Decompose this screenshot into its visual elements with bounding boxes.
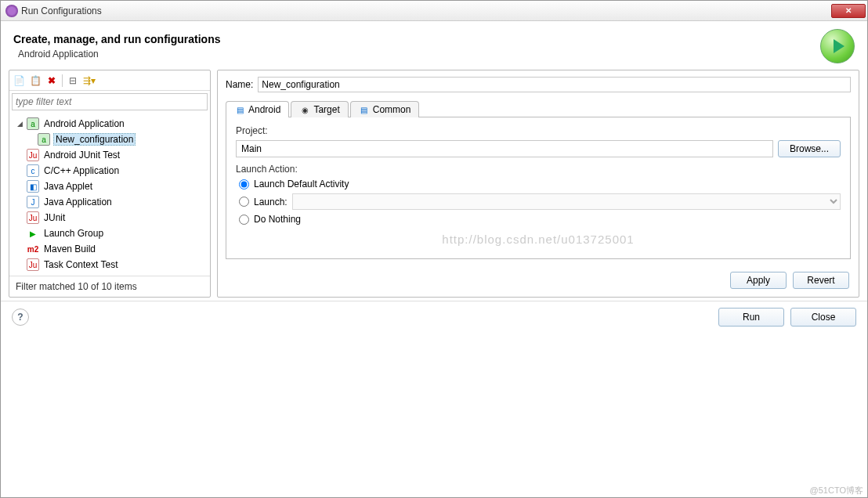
- activity-select[interactable]: [292, 193, 841, 210]
- tree-item-label: C/C++ Application: [42, 165, 121, 176]
- tab-label: Android: [248, 104, 280, 115]
- dialog-header: Create, manage, and run configurations A…: [1, 21, 867, 70]
- android-tab-icon: ▤: [234, 104, 245, 115]
- window-title: Run Configurations: [21, 5, 831, 16]
- close-button[interactable]: ✕: [831, 4, 866, 18]
- spacer: [16, 151, 24, 159]
- delete-config-icon[interactable]: ✖: [45, 74, 58, 87]
- new-config-icon[interactable]: 📄: [13, 74, 25, 87]
- tree-item-label: Task Context Test: [42, 259, 120, 270]
- close-dialog-button[interactable]: Close: [790, 308, 856, 327]
- tree-item-label: Java Application: [42, 197, 114, 208]
- tree-item-android-app[interactable]: ◢ a Android Application: [11, 116, 208, 132]
- java-applet-icon: ◧: [27, 180, 39, 193]
- radio-do-nothing[interactable]: Do Nothing: [239, 214, 841, 225]
- radio-launch-default[interactable]: Launch Default Activity: [239, 179, 841, 189]
- radio-label: Launch:: [254, 197, 288, 208]
- radio-input[interactable]: [239, 179, 249, 189]
- name-input[interactable]: [258, 77, 851, 92]
- config-detail-panel: Name: ▤ Android ◉ Target ▤ Common Projec…: [217, 70, 859, 298]
- tree-item-java-application[interactable]: J Java Application: [11, 194, 208, 210]
- project-input[interactable]: [236, 140, 773, 157]
- tree-item-label: Maven Build: [42, 244, 97, 254]
- duplicate-config-icon[interactable]: 📋: [29, 74, 42, 87]
- radio-label: Launch Default Activity: [254, 179, 349, 189]
- android-app-icon: a: [27, 117, 39, 130]
- launch-group-icon: ▶: [27, 227, 39, 240]
- tree-item-java-applet[interactable]: ◧ Java Applet: [11, 179, 208, 194]
- dialog-subtitle: Android Application: [13, 49, 820, 60]
- tab-target[interactable]: ◉ Target: [291, 101, 348, 117]
- filter-status: Filter matched 10 of 10 items: [9, 276, 210, 297]
- tree-item-label: Launch Group: [42, 228, 105, 239]
- junit-icon: Ju: [27, 258, 39, 271]
- spacer: [16, 261, 24, 269]
- run-button[interactable]: Run: [718, 308, 784, 327]
- project-label: Project:: [236, 125, 841, 136]
- tree-item-maven[interactable]: m2 Maven Build: [11, 241, 208, 257]
- c-cpp-icon: c: [27, 164, 39, 177]
- help-button[interactable]: ?: [12, 309, 29, 326]
- browse-button[interactable]: Browse...: [778, 140, 841, 157]
- revert-button[interactable]: Revert: [793, 272, 849, 289]
- spacer: [16, 214, 24, 222]
- java-app-icon: J: [27, 196, 39, 208]
- junit-icon: Ju: [27, 211, 39, 224]
- titlebar: Run Configurations ✕: [1, 1, 867, 21]
- radio-launch-activity[interactable]: Launch:: [239, 193, 841, 210]
- collapse-all-icon[interactable]: ⊟: [67, 74, 79, 87]
- spacer: [16, 229, 24, 237]
- tree-item-label: Android JUnit Test: [42, 150, 121, 161]
- tree-toolbar: 📄 📋 ✖ ⊟ ⇶▾: [9, 70, 210, 91]
- watermark-text: http://blog.csdn.net/u013725001: [236, 233, 841, 246]
- radio-input[interactable]: [239, 197, 249, 207]
- tree-item-label: Java Applet: [42, 181, 94, 192]
- spacer: [16, 198, 24, 206]
- tree-item-new-configuration[interactable]: a New_configuration: [11, 132, 208, 147]
- dialog-heading: Create, manage, and run configurations: [13, 33, 820, 45]
- tree-item-label: JUnit: [42, 212, 67, 223]
- attribution-text: @51CTO博客: [810, 485, 863, 496]
- maven-icon: m2: [27, 243, 39, 255]
- eclipse-icon: [5, 5, 18, 17]
- radio-input[interactable]: [239, 215, 249, 225]
- tree-item-junit[interactable]: Ju JUnit: [11, 210, 208, 226]
- tab-panel-android: Project: Browse... Launch Action: Launch…: [226, 117, 851, 259]
- dialog-footer: ? Run Close: [1, 301, 867, 334]
- tab-common[interactable]: ▤ Common: [350, 101, 420, 117]
- junit-icon: Ju: [27, 149, 39, 161]
- launch-action-label: Launch Action:: [236, 164, 841, 175]
- tree-item-task-context[interactable]: Ju Task Context Test: [11, 257, 208, 272]
- radio-label: Do Nothing: [254, 214, 301, 225]
- tab-label: Target: [313, 104, 339, 115]
- tree-item-c-cpp[interactable]: c C/C++ Application: [11, 163, 208, 179]
- tree-item-launch-group[interactable]: ▶ Launch Group: [11, 226, 208, 241]
- toolbar-separator: [62, 74, 63, 87]
- android-app-icon: a: [38, 133, 50, 146]
- config-tree-panel: 📄 📋 ✖ ⊟ ⇶▾ ◢ a Android Application a New…: [9, 70, 211, 298]
- name-label: Name:: [226, 79, 253, 90]
- tab-android[interactable]: ▤ Android: [226, 101, 289, 117]
- apply-button[interactable]: Apply: [730, 272, 787, 289]
- common-tab-icon: ▤: [359, 104, 370, 115]
- tree-item-label: New_configuration: [53, 133, 136, 146]
- spacer: [16, 245, 24, 253]
- spacer: [16, 182, 24, 190]
- filter-input[interactable]: [12, 93, 208, 110]
- tree-item-label: Android Application: [42, 118, 126, 129]
- tab-label: Common: [373, 104, 411, 115]
- tabs: ▤ Android ◉ Target ▤ Common: [226, 100, 851, 117]
- spacer: [16, 167, 24, 175]
- filter-icon[interactable]: ⇶▾: [83, 74, 96, 87]
- run-icon: [820, 29, 855, 63]
- tree-item-android-junit[interactable]: Ju Android JUnit Test: [11, 147, 208, 163]
- expand-toggle-icon[interactable]: ◢: [16, 120, 24, 128]
- target-tab-icon: ◉: [299, 104, 310, 115]
- config-tree[interactable]: ◢ a Android Application a New_configurat…: [9, 113, 210, 276]
